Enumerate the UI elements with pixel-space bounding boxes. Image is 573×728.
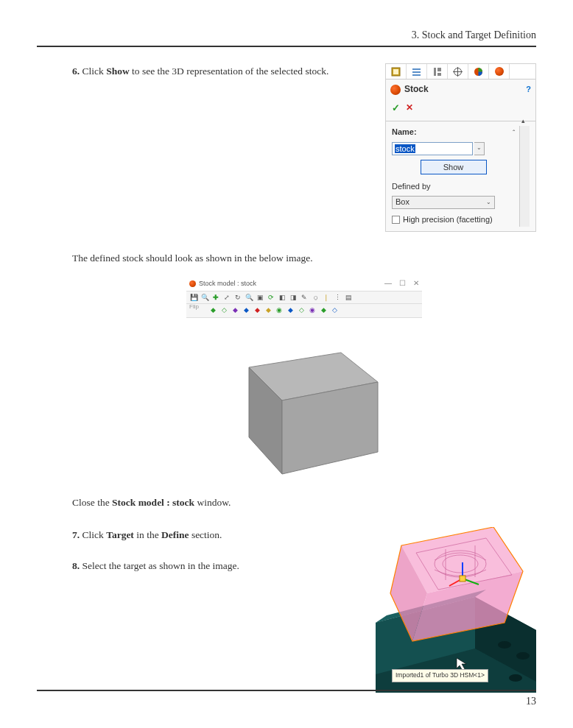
tb2-10[interactable]: ◉ bbox=[308, 305, 317, 314]
panel-tabbar bbox=[386, 64, 535, 79]
svg-point-21 bbox=[509, 674, 522, 682]
stock-block bbox=[208, 327, 400, 481]
tab-icon-1[interactable] bbox=[386, 64, 407, 79]
tb-fit-icon[interactable]: ▣ bbox=[256, 293, 264, 302]
model-toolbar-1: 💾 🔍 ✚ ⤢ ↻ 🔍 ▣ ⟳ ◧ ◨ ✎ ⍜ ❘ ⋮ ▤ bbox=[186, 291, 422, 304]
close-icon[interactable]: ✕ bbox=[413, 278, 419, 289]
target-screenshot: Imported1 of Turbo 3D HSM<1> bbox=[376, 527, 536, 693]
tb2-6[interactable]: ◆ bbox=[264, 305, 273, 314]
cancel-icon[interactable]: ✕ bbox=[406, 101, 413, 116]
name-dropdown-icon[interactable]: ⌄ bbox=[474, 142, 485, 155]
stock-icon bbox=[390, 85, 401, 95]
step6-bold: Show bbox=[106, 66, 130, 77]
stock-panel: Stock ? ✓ ✕ Name: ˆ bbox=[385, 63, 536, 232]
step6-text: 6. Click Show to see the 3D representati… bbox=[72, 63, 372, 232]
tb-ex-icon[interactable]: ▤ bbox=[344, 293, 353, 302]
step6-num: 6. bbox=[72, 66, 80, 77]
svg-point-19 bbox=[498, 641, 511, 649]
tab-icon-2[interactable] bbox=[407, 64, 427, 79]
target-tooltip: Imported1 of Turbo 3D HSM<1> bbox=[392, 669, 488, 682]
step8-num: 8. bbox=[72, 560, 80, 571]
svg-rect-4 bbox=[412, 74, 421, 76]
step6-part2: to see the 3D representation of the sele… bbox=[130, 66, 329, 77]
tb-tool-icon[interactable]: ❘ bbox=[322, 293, 331, 302]
name-input[interactable]: stock bbox=[392, 142, 473, 155]
name-section: Name: ˆ stock ⌄ Show Defined by Box bbox=[386, 121, 535, 231]
maximize-icon[interactable]: ☐ bbox=[399, 278, 406, 289]
step6-part1: Click bbox=[82, 66, 107, 77]
svg-rect-2 bbox=[412, 68, 421, 70]
tb2-5[interactable]: ◆ bbox=[253, 305, 261, 314]
tb-rotate-icon[interactable]: ↻ bbox=[233, 293, 242, 302]
model-toolbar-2: ◆ ◇ ◆ ◆ ◆ ◆ ◉ ◆ ◇ ◉ ◆ ◇ bbox=[186, 304, 422, 318]
tb-zoom-icon[interactable]: 🔍 bbox=[200, 293, 209, 302]
svg-rect-5 bbox=[434, 68, 436, 76]
tb2-1[interactable]: ◆ bbox=[208, 305, 217, 314]
defined-by-select[interactable]: Box ⌄ bbox=[392, 196, 495, 209]
stock-model-title: Stock model : stock bbox=[199, 278, 256, 289]
defined-by-value: Box bbox=[396, 196, 409, 209]
high-precision-checkbox[interactable] bbox=[392, 216, 400, 224]
tb-edit-icon[interactable]: ✎ bbox=[300, 293, 309, 302]
tab-icon-4[interactable] bbox=[448, 64, 468, 79]
stock-3d-view bbox=[208, 327, 400, 481]
svg-rect-1 bbox=[393, 69, 398, 74]
panel-title-text: Stock bbox=[404, 82, 429, 96]
tb-arrows-icon[interactable]: ⤢ bbox=[222, 293, 231, 302]
defined-stock-text: The defined stock should look as shown i… bbox=[72, 250, 536, 266]
tb-refresh-icon[interactable]: ⟳ bbox=[267, 293, 275, 302]
tb2-9[interactable]: ◇ bbox=[297, 305, 306, 314]
ok-icon[interactable]: ✓ bbox=[392, 101, 400, 116]
svg-point-20 bbox=[516, 652, 530, 660]
tb-scale-icon[interactable]: ⍜ bbox=[311, 293, 320, 302]
tb2-8[interactable]: ◆ bbox=[286, 305, 295, 314]
minimize-icon[interactable]: — bbox=[384, 278, 392, 289]
stock-model-icon bbox=[189, 280, 196, 287]
tb2-3[interactable]: ◆ bbox=[231, 305, 239, 314]
help-icon[interactable]: ? bbox=[526, 83, 531, 96]
chevron-down-icon: ⌄ bbox=[486, 198, 491, 208]
svg-rect-7 bbox=[437, 73, 441, 76]
tb2-12[interactable]: ◇ bbox=[330, 305, 339, 314]
tb-plus-icon[interactable]: ✚ bbox=[211, 293, 220, 302]
tab-icon-3[interactable] bbox=[427, 64, 448, 79]
ok-cancel-row: ✓ ✕ bbox=[386, 99, 535, 121]
show-button[interactable]: Show bbox=[421, 160, 487, 174]
page-number: 13 bbox=[526, 696, 536, 707]
name-label: Name: bbox=[392, 126, 417, 139]
tb-cube2-icon[interactable]: ◨ bbox=[289, 293, 298, 302]
flip-label: Flip bbox=[189, 303, 199, 312]
footer-rule bbox=[37, 690, 536, 691]
tb2-11[interactable]: ◆ bbox=[319, 305, 328, 314]
high-precision-row: High precision (facetting) bbox=[392, 213, 515, 227]
stock-model-window: Stock model : stock — ☐ ✕ 💾 🔍 ✚ ⤢ ↻ 🔍 ▣ … bbox=[186, 276, 422, 318]
steps-7-8-row: 7. Click Target in the Define section. 8… bbox=[72, 527, 536, 693]
tb-cube-icon[interactable]: ◧ bbox=[278, 293, 286, 302]
close-window-text: Close the Stock model : stock window. bbox=[72, 495, 536, 511]
svg-rect-3 bbox=[412, 71, 421, 73]
step7-text: 7. Click Target in the Define section. bbox=[72, 527, 362, 543]
tb2-4[interactable]: ◆ bbox=[242, 305, 250, 314]
defined-by-label: Defined by bbox=[392, 180, 515, 194]
chapter-header: 3. Stock and Target Definition bbox=[37, 29, 536, 46]
tb2-2[interactable]: ◇ bbox=[219, 305, 228, 314]
svg-rect-6 bbox=[437, 68, 441, 71]
step7-num: 7. bbox=[72, 529, 80, 540]
content-area: 6. Click Show to see the 3D representati… bbox=[37, 63, 536, 693]
panel-title-row: Stock ? bbox=[386, 79, 535, 99]
tb-zoom2-icon[interactable]: 🔍 bbox=[245, 293, 253, 302]
header-rule bbox=[37, 46, 536, 47]
tab-icon-5[interactable] bbox=[468, 64, 489, 79]
page: 3. Stock and Target Definition 6. Click … bbox=[0, 0, 573, 728]
step8-text: 8. Select the target as shown in the ima… bbox=[72, 558, 362, 574]
high-precision-label: High precision (facetting) bbox=[403, 213, 493, 227]
collapse-caret-icon[interactable]: ˆ bbox=[513, 127, 515, 138]
tb2-7[interactable]: ◉ bbox=[275, 305, 284, 314]
svg-rect-32 bbox=[460, 576, 465, 582]
tb-more-icon[interactable]: ⋮ bbox=[333, 293, 342, 302]
tb-save-icon[interactable]: 💾 bbox=[189, 293, 198, 302]
step6-row: 6. Click Show to see the 3D representati… bbox=[72, 63, 536, 232]
scrollbar[interactable] bbox=[519, 126, 530, 227]
tab-icon-6[interactable] bbox=[489, 64, 510, 79]
